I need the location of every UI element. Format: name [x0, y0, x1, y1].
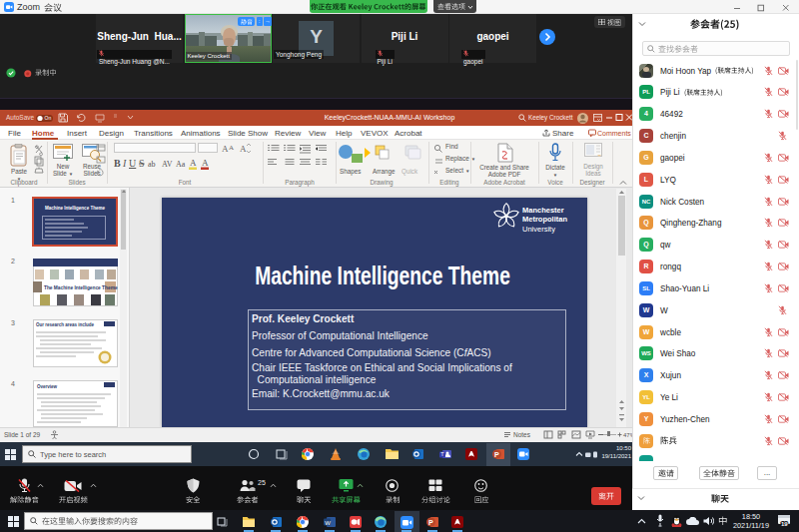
- svg-text:Manchester: Manchester: [522, 206, 564, 215]
- svg-text:A: A: [190, 158, 197, 168]
- svg-text:The Machine Intelligence Theme: The Machine Intelligence Theme: [44, 285, 118, 290]
- svg-text:A: A: [240, 144, 247, 154]
- svg-text:A: A: [202, 158, 209, 168]
- svg-text:P: P: [428, 519, 433, 526]
- svg-text:P: P: [494, 451, 499, 458]
- svg-text:Quick: Quick: [401, 168, 418, 176]
- svg-text:Aa: Aa: [176, 160, 186, 169]
- svg-text:19: 19: [781, 521, 788, 527]
- svg-text:Metropolitan: Metropolitan: [522, 215, 567, 224]
- svg-text:University: University: [522, 225, 555, 234]
- svg-text:AV: AV: [162, 160, 173, 169]
- svg-text:S: S: [139, 158, 145, 169]
- svg-text:W: W: [325, 520, 331, 526]
- svg-text:On: On: [45, 115, 52, 121]
- svg-text:Arrange: Arrange: [373, 168, 396, 176]
- svg-text:Shapes: Shapes: [340, 168, 361, 176]
- svg-text:I: I: [122, 158, 127, 169]
- svg-text:A: A: [222, 144, 229, 154]
- svg-text:ab: ab: [148, 160, 156, 169]
- svg-text:U: U: [129, 158, 137, 169]
- svg-text:B: B: [114, 158, 121, 169]
- svg-text:A: A: [229, 144, 234, 152]
